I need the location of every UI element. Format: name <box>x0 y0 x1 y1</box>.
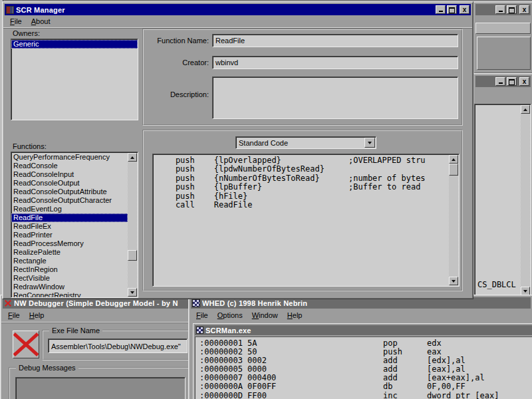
disassembly-row[interactable]: :0000000A0F00FFdb0F,00,FF <box>200 382 532 391</box>
window-scr-manager: SCR Manager x File About Owners: Generic… <box>2 1 473 299</box>
arrow-up-icon <box>130 156 134 159</box>
dropdown-button[interactable] <box>364 138 375 148</box>
arrow-down-icon <box>130 291 134 294</box>
function-list-item[interactable]: ReadFileEx <box>11 222 128 231</box>
function-list-item[interactable]: RectVisible <box>11 274 128 283</box>
function-details-panel: Function Name: ReadFile Creator: wbinvd … <box>142 29 463 126</box>
disasm-addr: :0000000A <box>200 382 247 391</box>
menu-separator <box>1 322 193 323</box>
scroll-up-button[interactable] <box>449 155 458 164</box>
function-list-item[interactable]: ReadConsoleOutput <box>11 179 128 188</box>
menu-about[interactable]: About <box>27 17 55 27</box>
code-type-dropdown[interactable]: Standard Code <box>235 136 376 149</box>
maximize-icon <box>449 7 455 13</box>
menu-bar: File Help <box>3 311 49 321</box>
function-list-item[interactable]: ReadFile <box>11 213 128 222</box>
function-list-item[interactable]: RectInRegion <box>11 265 128 274</box>
minimize-icon <box>439 11 443 12</box>
function-list-item[interactable]: ReadConsoleInput <box>11 170 128 179</box>
code-editor[interactable]: push {lpOverlapped} ;OVERLAPPED stru pus… <box>152 154 460 287</box>
menu-help[interactable]: Help <box>283 311 307 321</box>
creator-input[interactable]: wbinvd <box>212 56 458 69</box>
function-list-item[interactable]: RegConnectRegistry <box>11 291 128 297</box>
disasm-bytes: FF00 <box>247 392 383 399</box>
close-button[interactable]: x <box>519 77 529 86</box>
debug-messages-list[interactable] <box>15 377 186 399</box>
menu-file[interactable]: File <box>3 311 25 321</box>
scrollbar-thumb[interactable] <box>128 250 137 261</box>
menu-file[interactable]: File <box>5 17 27 27</box>
arrow-up-icon <box>452 158 456 161</box>
menu-options[interactable]: Options <box>213 311 247 321</box>
function-list-item[interactable]: ReadEventLog <box>11 205 128 213</box>
background-window-right-list: x CS_DBLCL <box>473 73 532 299</box>
list-item[interactable]: CS_DBLCL <box>477 280 516 289</box>
disasm-bytes: 50 <box>247 348 383 356</box>
document-icon <box>196 327 203 334</box>
maximize-icon <box>509 79 515 85</box>
maximize-button[interactable] <box>447 5 457 14</box>
scrollbar-thumb[interactable] <box>449 164 458 176</box>
function-list-item[interactable]: RedrawWindow <box>11 283 128 291</box>
window-whed: WHED (c) 1998 Henrik Nebrin File Options… <box>188 295 532 399</box>
function-list-item[interactable]: RealizePalette <box>11 248 128 257</box>
scroll-down-button[interactable] <box>128 288 137 297</box>
description-input[interactable] <box>212 76 458 119</box>
function-list-item[interactable]: ReadProcessMemory <box>11 239 128 248</box>
disasm-mnem: inc <box>383 392 427 399</box>
owners-listbox[interactable]: Generic <box>11 39 138 120</box>
disassembly-row[interactable]: :0000000DFF00incdword ptr [eax] <box>200 392 532 399</box>
document-title: SCRMan.exe <box>205 327 251 334</box>
scroll-up-button[interactable] <box>128 153 137 162</box>
listbox[interactable]: CS_DBLCL <box>474 104 531 297</box>
function-name-label: Function Name: <box>146 37 209 45</box>
minimize-button[interactable] <box>495 77 505 86</box>
scroll-up-button[interactable] <box>521 105 530 114</box>
disasm-mnem: db <box>383 382 427 391</box>
close-button[interactable]: x <box>460 5 469 14</box>
disassembly-listing[interactable]: :000000015Apopedx:0000000250pusheax:0000… <box>195 336 532 399</box>
scrollbar[interactable] <box>521 105 530 295</box>
titlebar: SCR Manager x <box>5 4 471 15</box>
menu-window[interactable]: Window <box>247 311 283 321</box>
owner-list-item[interactable]: Generic <box>11 40 138 49</box>
exe-file-input[interactable]: Assembler\Tools\Debug\NWDebug.exe" <box>48 338 188 353</box>
document-window-scrman: SCRMan.exe :000000015Apopedx:0000000250p… <box>193 323 532 399</box>
menu-bar: File Options Window Help <box>192 311 307 321</box>
code-panel: Standard Code push {lpOverlapped} ;OVERL… <box>142 130 463 291</box>
description-label: Description: <box>146 90 209 98</box>
disasm-bytes: 0F00FF <box>247 382 383 391</box>
menu-help[interactable]: Help <box>25 311 49 321</box>
function-list-item[interactable]: ReadConsoleOutputAttribute <box>11 188 128 196</box>
maximize-button[interactable] <box>507 5 517 14</box>
minimize-button[interactable] <box>436 5 446 14</box>
group-label: Exe File Name <box>49 327 102 334</box>
close-button[interactable]: x <box>519 5 529 14</box>
stop-debug-button[interactable] <box>13 331 39 358</box>
maximize-icon <box>509 7 515 13</box>
function-list-item[interactable]: Rectangle <box>11 257 128 265</box>
creator-label: Creator: <box>146 59 209 66</box>
functions-scrollbar[interactable] <box>128 153 137 297</box>
owners-label: Owners: <box>13 29 40 37</box>
functions-listbox[interactable]: QueryPerformanceFrequencyReadConsoleRead… <box>11 152 138 298</box>
function-list-item[interactable]: ReadConsole <box>11 162 128 170</box>
maximize-button[interactable] <box>507 77 517 86</box>
desktop: x x CS_DBLCL NW Debugger (Simple Debugge… <box>0 0 532 399</box>
disasm-addr: :0000000D <box>200 392 247 399</box>
function-list-item[interactable]: ReadConsoleOutputCharacter <box>11 196 128 205</box>
menu-file[interactable]: File <box>192 311 213 321</box>
window-title: SCR Manager <box>16 6 65 14</box>
minimize-button[interactable] <box>495 5 505 14</box>
function-list-item[interactable]: ReadPrinter <box>11 231 128 239</box>
toolbar-strip <box>475 23 531 34</box>
scroll-down-button[interactable] <box>449 277 458 285</box>
group-label: Debug Messages <box>16 364 78 372</box>
function-list-item[interactable]: QueryPerformanceFrequency <box>11 153 128 162</box>
content-panel <box>477 37 531 70</box>
code-text[interactable]: push {lpOverlapped} ;OVERLAPPED stru pus… <box>153 154 448 209</box>
code-scrollbar[interactable] <box>449 155 458 285</box>
arrow-up-icon <box>523 108 527 111</box>
function-name-input[interactable]: ReadFile <box>212 34 458 47</box>
minimize-icon <box>499 11 503 12</box>
